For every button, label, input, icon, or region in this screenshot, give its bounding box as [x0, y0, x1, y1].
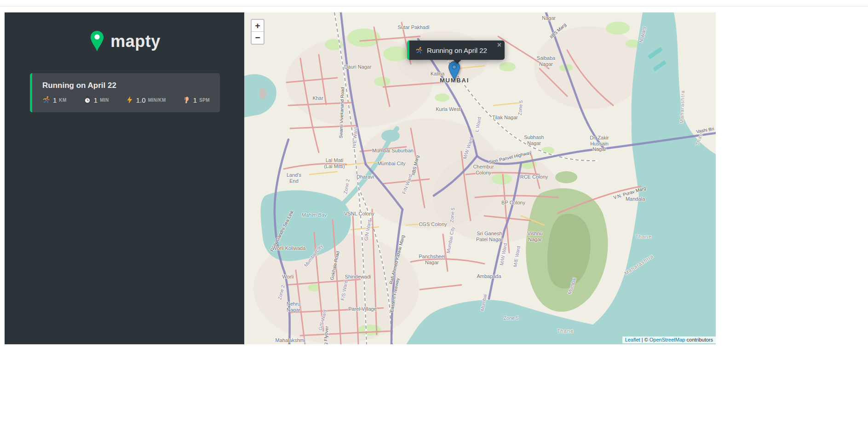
workout-stat: 1KM — [42, 96, 67, 104]
map-art — [244, 12, 716, 344]
workout-list: Running on April 22 1KM1MIN1.0MIN/KM1SPM — [30, 73, 220, 112]
popup-text: Running on April 22 — [427, 46, 487, 54]
stat-unit: MIN — [100, 98, 109, 103]
sidebar: mapty Running on April 22 1KM1MIN1.0MIN/… — [5, 12, 244, 344]
workout-stat: 1MIN — [83, 96, 109, 104]
stat-value: 1 — [193, 96, 197, 104]
map-marker-icon[interactable] — [448, 61, 460, 80]
leaflet-link[interactable]: Leaflet — [625, 337, 640, 342]
stat-unit: KM — [59, 98, 66, 103]
runner-icon — [415, 46, 423, 54]
stat-value: 1 — [94, 96, 98, 104]
foot-icon — [183, 96, 191, 104]
workout-stat: 1SPM — [183, 96, 210, 104]
stopwatch-icon — [83, 96, 92, 104]
stat-value: 1.0 — [136, 96, 146, 104]
attribution-suffix: contributors — [685, 337, 713, 342]
top-divider — [0, 6, 868, 6]
workout-popup: Running on April 22 × — [407, 41, 505, 60]
workout-stats: 1KM1MIN1.0MIN/KM1SPM — [42, 96, 210, 104]
osm-link[interactable]: OpenStreetMap — [650, 337, 685, 342]
stat-unit: MIN/KM — [148, 98, 166, 103]
workout-stat: 1.0MIN/KM — [126, 96, 166, 104]
lightning-icon — [126, 96, 134, 104]
logo-text: mapty — [110, 32, 161, 51]
copyright-symbol: © — [644, 337, 650, 342]
logo: mapty — [30, 30, 220, 53]
page: mapty Running on April 22 1KM1MIN1.0MIN/… — [0, 0, 868, 429]
attribution-separator: | — [640, 337, 644, 342]
stat-unit: SPM — [199, 98, 210, 103]
map[interactable]: Sutar PakhadiNagarIIBS MargN WardMaharas… — [244, 12, 716, 344]
popup-close-button[interactable]: × — [497, 41, 501, 49]
map-attribution: Leaflet | © OpenStreetMap contributors — [622, 336, 716, 343]
stat-value: 1 — [53, 96, 57, 104]
mapty-app: mapty Running on April 22 1KM1MIN1.0MIN/… — [5, 12, 716, 344]
zoom-control: + − — [251, 19, 264, 45]
workout-title: Running on April 22 — [42, 81, 210, 90]
zoom-out-button[interactable]: − — [252, 32, 264, 44]
zoom-in-button[interactable]: + — [252, 20, 264, 32]
workout-card[interactable]: Running on April 22 1KM1MIN1.0MIN/KM1SPM — [30, 73, 220, 112]
logo-pin-icon — [89, 30, 105, 53]
runner-icon — [42, 96, 51, 104]
